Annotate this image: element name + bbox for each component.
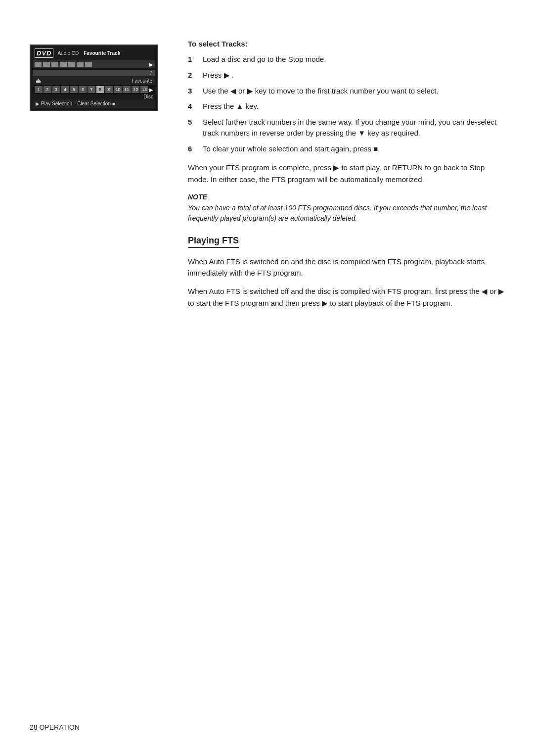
step-2: 2 Press ▶ . [188, 70, 504, 81]
step-text-5: Select further track numbers in the same… [203, 117, 504, 139]
left-column: DVD Audio CD Favourite Track ▶ 7 [30, 40, 168, 316]
track-btn-12[interactable]: 12 [132, 86, 139, 93]
track-btn-5[interactable]: 5 [70, 86, 78, 93]
note-text: You can have a total of at least 100 FTS… [188, 203, 504, 224]
track-btn-1[interactable]: 1 [35, 86, 43, 93]
eject-icon: ⏏ [36, 77, 41, 84]
track-btn-9[interactable]: 9 [105, 86, 113, 93]
fts-complete-paragraph: When your FTS program is complete, press… [188, 162, 504, 185]
select-tracks-title: To select Tracks: [188, 40, 504, 48]
dvd-header-labels: Audio CD Favourite Track [57, 50, 120, 56]
dvd-track-number: 7 [33, 70, 155, 76]
step-6: 6 To clear your whole selection and star… [188, 143, 504, 154]
playing-fts-title: Playing FTS [188, 236, 239, 248]
track-block-7 [85, 62, 92, 67]
track-btn-11[interactable]: 11 [123, 86, 131, 93]
right-column: To select Tracks: 1 Load a disc and go t… [188, 40, 504, 316]
step-text-4: Press the ▲ key. [203, 101, 504, 112]
playing-fts-section: Playing FTS When Auto FTS is switched on… [188, 236, 504, 309]
track-block-6 [77, 62, 84, 67]
track-btn-8[interactable]: 8 [96, 86, 104, 93]
step-text-2: Press ▶ . [203, 70, 504, 81]
audio-cd-label: Audio CD [57, 50, 79, 56]
track-btn-7[interactable]: 7 [88, 86, 95, 93]
step-text-3: Use the ◀ or ▶ key to move to the first … [203, 86, 504, 96]
step-5: 5 Select further track numbers in the sa… [188, 117, 504, 139]
dvd-eject-row: ⏏ Favourite [33, 76, 155, 85]
page-footer: 28 OPERATION [30, 723, 80, 731]
clear-selection-btn[interactable]: Clear Selection ■ [77, 101, 115, 106]
playing-fts-p1: When Auto FTS is switched on and the dis… [188, 256, 504, 279]
playing-fts-p2: When Auto FTS is switched off and the di… [188, 285, 504, 309]
favourite-track-label: Favourite Track [84, 50, 120, 56]
dvd-number-row: 1 2 3 4 5 6 7 8 9 10 11 12 13 ▶ [33, 85, 155, 94]
step-number-3: 3 [188, 86, 197, 96]
track-btn-4[interactable]: 4 [61, 86, 69, 93]
track-block-2 [43, 62, 50, 67]
step-number-2: 2 [188, 70, 197, 81]
step-3: 3 Use the ◀ or ▶ key to move to the firs… [188, 86, 504, 96]
page-container: DVD Audio CD Favourite Track ▶ 7 [0, 0, 534, 345]
note-block: NOTE You can have a total of at least 10… [188, 193, 504, 224]
step-number-4: 4 [188, 101, 197, 112]
favourite-label-ui: Favourite [132, 78, 152, 84]
note-label: NOTE [188, 193, 504, 201]
dvd-screen: DVD Audio CD Favourite Track ▶ 7 [30, 45, 158, 111]
track-block-5 [68, 62, 75, 67]
track-btn-13[interactable]: 13 [140, 86, 148, 93]
step-number-5: 5 [188, 117, 197, 139]
page-number-label: 28 OPERATION [30, 723, 80, 731]
track-block-3 [51, 62, 58, 67]
track-block-1 [35, 62, 42, 67]
track-btn-6[interactable]: 6 [79, 86, 87, 93]
dvd-logo: DVD [35, 48, 53, 58]
dvd-track-bar: ▶ [33, 60, 155, 68]
track-btn-2[interactable]: 2 [44, 86, 51, 93]
step-text-6: To clear your whole selection and start … [203, 143, 504, 154]
step-text-1: Load a disc and go to the Stop mode. [203, 54, 504, 65]
track-btn-3[interactable]: 3 [52, 86, 60, 93]
track-block-4 [60, 62, 67, 67]
step-number-1: 1 [188, 54, 197, 65]
dvd-footer-row: ▶ Play Selection Clear Selection ■ [33, 99, 155, 108]
disc-label: Disc [33, 94, 155, 99]
dvd-header: DVD Audio CD Favourite Track [33, 47, 155, 59]
play-selection-btn[interactable]: ▶ Play Selection [36, 101, 72, 106]
step-4: 4 Press the ▲ key. [188, 101, 504, 112]
step-number-6: 6 [188, 143, 197, 154]
step-1: 1 Load a disc and go to the Stop mode. [188, 54, 504, 65]
arrow-right-icon: ▶ [149, 87, 153, 93]
steps-list: 1 Load a disc and go to the Stop mode. 2… [188, 54, 504, 154]
track-btn-10[interactable]: 10 [114, 86, 122, 93]
play-icon: ▶ [149, 62, 153, 67]
